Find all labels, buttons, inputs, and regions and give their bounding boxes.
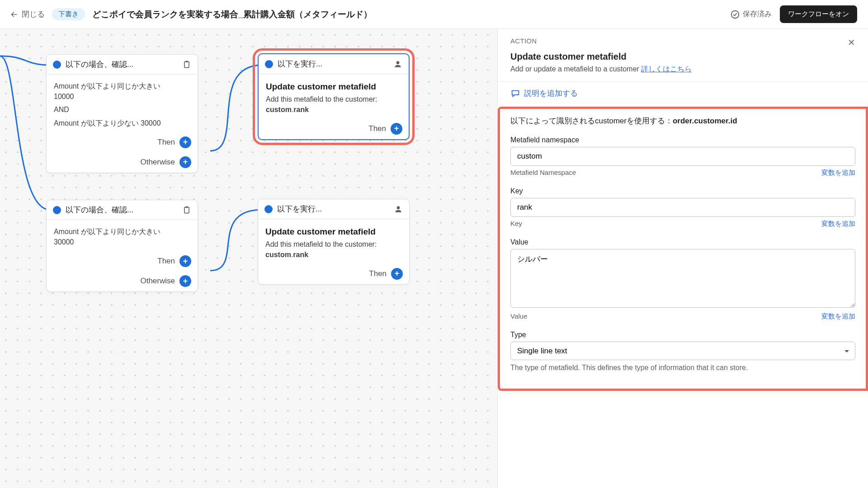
back-icon xyxy=(11,10,19,19)
clipboard-icon xyxy=(182,60,191,69)
action-node-2[interactable]: 以下を実行... Update customer metafield Add t… xyxy=(258,199,410,285)
svg-rect-3 xyxy=(184,207,189,213)
check-circle-icon xyxy=(730,9,740,19)
otherwise-port[interactable]: Otherwise+ xyxy=(47,272,198,291)
clipboard-icon xyxy=(182,206,191,215)
node-dot-icon xyxy=(265,60,273,68)
value-label: Value xyxy=(510,238,855,246)
type-label: Type xyxy=(510,331,855,339)
condition-node-1[interactable]: 以下の場合、確認... Amount が以下より同じか大きい 10000 AND… xyxy=(46,54,198,173)
namespace-hint: Metafield Namespace xyxy=(510,169,576,177)
learn-more-link[interactable]: 詳しくはこちら xyxy=(641,65,692,73)
workflow-title: どこポイで会員ランクを実装する場合_累計購入金額（メタフィールド） xyxy=(92,9,372,20)
namespace-input[interactable] xyxy=(510,147,855,166)
action-panel: ACTION ✕ Update customer metafield Add o… xyxy=(497,29,868,488)
node-dot-icon xyxy=(264,205,273,213)
svg-rect-4 xyxy=(186,206,188,207)
type-hint: The type of metafield. This defines the … xyxy=(510,364,855,372)
action-ns: custom xyxy=(266,106,292,113)
panel-desc: Add or update a metafield to a customer … xyxy=(498,65,868,81)
value-textarea[interactable] xyxy=(510,249,855,308)
node-label: 以下の場合、確認... xyxy=(66,205,133,215)
action-form: 以下によって識別されるcustomerを使用する：order.customer.… xyxy=(498,107,868,391)
speech-icon xyxy=(510,89,520,99)
svg-point-6 xyxy=(397,206,400,209)
key-input[interactable] xyxy=(510,198,855,217)
action-title: Update customer metafield xyxy=(266,80,401,93)
plus-icon[interactable]: + xyxy=(179,156,191,168)
person-icon xyxy=(393,60,402,69)
plus-icon[interactable]: + xyxy=(179,136,191,148)
node-dot-icon xyxy=(53,206,61,214)
person-icon xyxy=(394,205,403,214)
svg-point-5 xyxy=(396,61,400,64)
condition-node-2[interactable]: 以下の場合、確認... Amount が以下より同じか大きい 30000 The… xyxy=(46,200,198,292)
condition-op: AND xyxy=(54,104,190,115)
condition-value: 10000 xyxy=(54,93,74,100)
panel-title: Update customer metafield xyxy=(498,52,868,65)
add-variable-link[interactable]: 変数を追加 xyxy=(821,169,855,177)
node-label: 以下の場合、確認... xyxy=(66,59,133,70)
value-hint: Value xyxy=(510,312,527,321)
action-key: rank xyxy=(293,106,309,113)
key-label: Key xyxy=(510,187,855,195)
plus-icon[interactable]: + xyxy=(179,275,191,287)
close-panel-button[interactable]: ✕ xyxy=(848,37,855,48)
svg-rect-1 xyxy=(184,61,189,67)
close-button[interactable]: 閉じる xyxy=(11,9,45,19)
add-description-button[interactable]: 説明を追加する xyxy=(498,81,868,107)
plus-icon[interactable]: + xyxy=(179,255,191,267)
namespace-label: Metafield namespace xyxy=(510,136,855,144)
action-ns: custom xyxy=(265,251,291,258)
turn-on-workflow-button[interactable]: ワークフローをオン xyxy=(780,5,857,23)
add-variable-link[interactable]: 変数を追加 xyxy=(821,312,855,321)
then-port[interactable]: Then+ xyxy=(47,133,198,153)
action-node-1[interactable]: 以下を実行... Update customer metafield Add t… xyxy=(258,53,410,140)
header-bar: 閉じる 下書き どこポイで会員ランクを実装する場合_累計購入金額（メタフィールド… xyxy=(0,0,868,29)
panel-label: ACTION xyxy=(510,37,537,45)
action-desc: Add this metafield to the customer: xyxy=(266,95,377,103)
customer-id-line: 以下によって識別されるcustomerを使用する：order.customer.… xyxy=(510,116,855,126)
condition-value: 30000 xyxy=(54,238,74,246)
svg-rect-2 xyxy=(186,61,188,62)
draft-badge: 下書き xyxy=(52,8,85,20)
action-desc: Add this metafield to the customer: xyxy=(265,240,377,248)
svg-point-0 xyxy=(731,10,739,18)
plus-icon[interactable]: + xyxy=(391,268,403,280)
then-port[interactable]: Then+ xyxy=(47,252,198,272)
action-title: Update customer metafield xyxy=(265,225,402,238)
saved-status: 保存済み xyxy=(730,9,772,19)
condition-text-2: Amount が以下より少ない 30000 xyxy=(54,119,161,127)
type-select[interactable]: Single line text xyxy=(510,342,855,360)
node-label: 以下を実行... xyxy=(277,204,322,214)
plus-icon[interactable]: + xyxy=(391,123,402,135)
then-port[interactable]: Then+ xyxy=(259,119,409,139)
condition-text: Amount が以下より同じか大きい xyxy=(54,82,160,90)
action-key: rank xyxy=(293,251,308,258)
key-hint: Key xyxy=(510,220,522,228)
condition-text: Amount が以下より同じか大きい xyxy=(54,228,160,235)
otherwise-port[interactable]: Otherwise+ xyxy=(47,153,198,173)
node-dot-icon xyxy=(53,61,61,69)
add-variable-link[interactable]: 変数を追加 xyxy=(821,220,855,228)
then-port[interactable]: Then+ xyxy=(258,264,409,284)
node-label: 以下を実行... xyxy=(278,59,322,69)
